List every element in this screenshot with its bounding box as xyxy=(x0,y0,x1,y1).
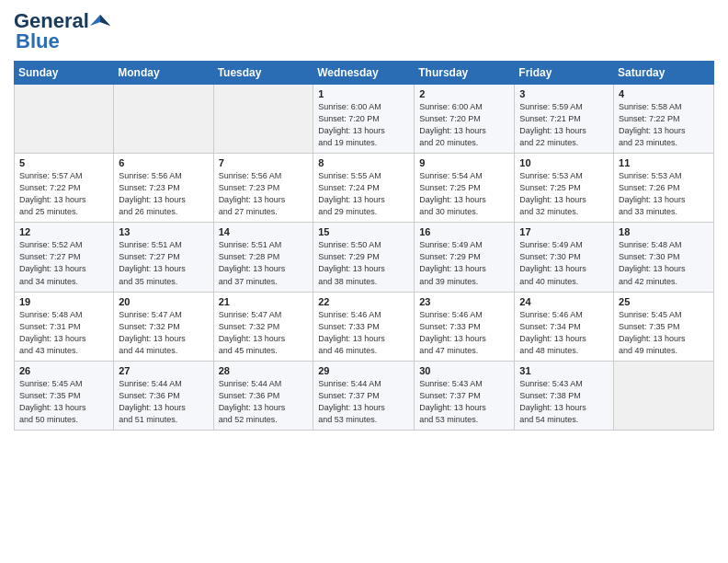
day-info-line: and 26 minutes. xyxy=(119,207,177,216)
day-number: 22 xyxy=(318,296,409,307)
day-number: 27 xyxy=(119,365,208,376)
day-info-line: Daylight: 13 hours xyxy=(419,264,486,273)
day-info-line: Sunrise: 5:44 AM xyxy=(219,379,282,388)
day-info-line: Sunrise: 5:44 AM xyxy=(318,379,381,388)
day-info-line: Daylight: 13 hours xyxy=(419,126,486,135)
day-info-line: Sunrise: 5:56 AM xyxy=(219,171,282,180)
day-info-line: and 40 minutes. xyxy=(519,277,578,286)
day-info-line: and 53 minutes. xyxy=(419,415,478,424)
calendar-cell: 17Sunrise: 5:49 AMSunset: 7:30 PMDayligh… xyxy=(515,223,614,292)
day-info-line: Sunset: 7:23 PM xyxy=(119,183,180,192)
day-info-line: Daylight: 13 hours xyxy=(19,403,86,412)
day-info-line: Sunrise: 5:48 AM xyxy=(619,240,682,249)
day-info-line: Sunrise: 5:53 AM xyxy=(619,171,682,180)
calendar-cell: 4Sunrise: 5:58 AMSunset: 7:22 PMDaylight… xyxy=(614,85,714,154)
weekday-header-monday: Monday xyxy=(114,62,213,85)
day-number: 5 xyxy=(19,157,108,168)
day-info-line: and 54 minutes. xyxy=(519,415,578,424)
day-info-line: Sunrise: 5:47 AM xyxy=(219,310,282,319)
day-number: 4 xyxy=(619,88,709,99)
day-info-line: Daylight: 13 hours xyxy=(519,403,586,412)
calendar-cell: 31Sunrise: 5:43 AMSunset: 7:38 PMDayligh… xyxy=(515,361,614,430)
day-info: Sunrise: 6:00 AMSunset: 7:20 PMDaylight:… xyxy=(318,101,409,149)
day-info-line: Sunset: 7:35 PM xyxy=(19,391,81,400)
day-info-line: Daylight: 13 hours xyxy=(619,126,686,135)
day-info-line: Sunrise: 5:58 AM xyxy=(619,102,682,111)
day-info-line: Sunset: 7:27 PM xyxy=(19,252,81,261)
calendar-cell: 3Sunrise: 5:59 AMSunset: 7:21 PMDaylight… xyxy=(515,85,614,154)
day-info-line: and 27 minutes. xyxy=(219,207,278,216)
logo: General Blue xyxy=(14,9,111,53)
calendar-cell: 16Sunrise: 5:49 AMSunset: 7:29 PMDayligh… xyxy=(415,223,515,292)
day-info-line: Sunset: 7:20 PM xyxy=(419,114,481,123)
day-number: 21 xyxy=(219,296,309,307)
day-info-line: Sunset: 7:30 PM xyxy=(619,252,680,261)
day-info-line: Daylight: 13 hours xyxy=(219,264,286,273)
day-number: 20 xyxy=(119,296,208,307)
calendar-cell: 6Sunrise: 5:56 AMSunset: 7:23 PMDaylight… xyxy=(114,154,213,223)
day-number: 17 xyxy=(519,226,609,237)
day-info-line: Sunrise: 5:52 AM xyxy=(19,240,83,249)
day-number: 13 xyxy=(119,226,208,237)
calendar-cell: 15Sunrise: 5:50 AMSunset: 7:29 PMDayligh… xyxy=(313,223,415,292)
calendar-cell: 13Sunrise: 5:51 AMSunset: 7:27 PMDayligh… xyxy=(114,223,213,292)
day-info-line: Daylight: 13 hours xyxy=(419,403,486,412)
calendar-cell: 30Sunrise: 5:43 AMSunset: 7:37 PMDayligh… xyxy=(415,361,515,430)
day-info: Sunrise: 5:58 AMSunset: 7:22 PMDaylight:… xyxy=(619,101,709,149)
day-info-line: Sunset: 7:33 PM xyxy=(318,322,380,331)
day-info: Sunrise: 5:45 AMSunset: 7:35 PMDaylight:… xyxy=(19,378,108,426)
day-info-line: and 38 minutes. xyxy=(318,277,377,286)
calendar-cell: 5Sunrise: 5:57 AMSunset: 7:22 PMDaylight… xyxy=(15,154,114,223)
day-info-line: Daylight: 13 hours xyxy=(619,334,686,343)
day-info-line: Daylight: 13 hours xyxy=(119,195,186,204)
day-info: Sunrise: 5:44 AMSunset: 7:37 PMDaylight:… xyxy=(318,378,409,426)
day-info-line: and 33 minutes. xyxy=(619,207,677,216)
day-info: Sunrise: 5:45 AMSunset: 7:35 PMDaylight:… xyxy=(619,309,709,357)
day-info-line: Sunrise: 5:55 AM xyxy=(318,171,381,180)
day-info-line: Daylight: 13 hours xyxy=(318,126,385,135)
day-info-line: Daylight: 13 hours xyxy=(119,403,186,412)
day-info: Sunrise: 5:54 AMSunset: 7:25 PMDaylight:… xyxy=(419,170,509,218)
day-info: Sunrise: 5:48 AMSunset: 7:30 PMDaylight:… xyxy=(619,239,709,287)
day-info-line: and 32 minutes. xyxy=(519,207,578,216)
logo-bird-icon xyxy=(90,13,110,29)
day-info-line: Daylight: 13 hours xyxy=(318,195,385,204)
day-info-line: Sunset: 7:34 PM xyxy=(519,322,581,331)
day-info-line: Sunset: 7:25 PM xyxy=(519,183,581,192)
day-info-line: Sunset: 7:22 PM xyxy=(619,114,680,123)
calendar-cell: 1Sunrise: 6:00 AMSunset: 7:20 PMDaylight… xyxy=(313,85,415,154)
calendar-cell xyxy=(213,85,313,154)
day-info-line: Daylight: 13 hours xyxy=(119,334,186,343)
calendar-week-1: 1Sunrise: 6:00 AMSunset: 7:20 PMDaylight… xyxy=(15,85,714,154)
day-number: 6 xyxy=(119,157,208,168)
day-info-line: Daylight: 13 hours xyxy=(318,264,385,273)
day-info-line: Sunset: 7:20 PM xyxy=(318,114,380,123)
calendar-week-5: 26Sunrise: 5:45 AMSunset: 7:35 PMDayligh… xyxy=(15,361,714,430)
day-info-line: and 47 minutes. xyxy=(419,346,478,355)
day-number: 16 xyxy=(419,226,509,237)
calendar-cell: 20Sunrise: 5:47 AMSunset: 7:32 PMDayligh… xyxy=(114,292,213,361)
day-info-line: Sunrise: 5:43 AM xyxy=(519,379,583,388)
day-info-line: Sunrise: 5:44 AM xyxy=(119,379,182,388)
day-info: Sunrise: 5:48 AMSunset: 7:31 PMDaylight:… xyxy=(19,309,108,357)
day-info-line: Sunset: 7:29 PM xyxy=(318,252,380,261)
day-info-line: and 30 minutes. xyxy=(419,207,478,216)
day-info-line: Daylight: 13 hours xyxy=(19,195,86,204)
day-number: 25 xyxy=(619,296,709,307)
day-info-line: Sunset: 7:28 PM xyxy=(219,252,280,261)
day-info-line: Sunset: 7:36 PM xyxy=(119,391,180,400)
day-number: 24 xyxy=(519,296,609,307)
day-info-line: Sunset: 7:32 PM xyxy=(219,322,280,331)
day-info: Sunrise: 5:44 AMSunset: 7:36 PMDaylight:… xyxy=(219,378,309,426)
calendar-cell: 14Sunrise: 5:51 AMSunset: 7:28 PMDayligh… xyxy=(213,223,313,292)
weekday-header-wednesday: Wednesday xyxy=(313,62,415,85)
day-info-line: Sunrise: 6:00 AM xyxy=(318,102,381,111)
calendar-cell: 7Sunrise: 5:56 AMSunset: 7:23 PMDaylight… xyxy=(213,154,313,223)
calendar-cell: 29Sunrise: 5:44 AMSunset: 7:37 PMDayligh… xyxy=(313,361,415,430)
weekday-header-tuesday: Tuesday xyxy=(213,62,313,85)
day-info-line: and 48 minutes. xyxy=(519,346,578,355)
weekday-header-sunday: Sunday xyxy=(15,62,114,85)
day-info-line: and 46 minutes. xyxy=(318,346,377,355)
day-info-line: Sunset: 7:23 PM xyxy=(219,183,280,192)
calendar-cell: 10Sunrise: 5:53 AMSunset: 7:25 PMDayligh… xyxy=(515,154,614,223)
